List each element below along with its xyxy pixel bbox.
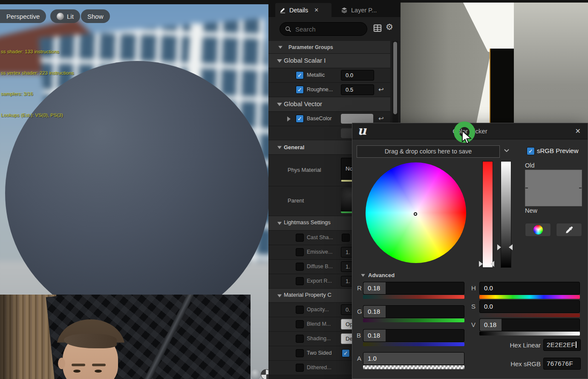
v-field[interactable]: 0.18 xyxy=(479,318,580,331)
saturation-slider[interactable] xyxy=(482,161,493,268)
a-label: A xyxy=(357,355,361,362)
metallic-label: Metallic xyxy=(307,72,325,78)
property-matrix-icon[interactable] xyxy=(373,23,382,33)
pencil-icon xyxy=(280,7,286,13)
roughness-value-field[interactable]: 0.5 xyxy=(341,84,374,95)
tab-close-icon[interactable]: ✕ xyxy=(314,7,319,13)
r-field[interactable]: 0.18 xyxy=(363,282,464,295)
color-themes-button[interactable] xyxy=(525,223,551,237)
s-value: 0.0 xyxy=(484,303,493,310)
advanced-expander-icon[interactable] xyxy=(361,274,365,277)
lit-mode-button[interactable]: Lit xyxy=(50,9,80,23)
diffuse-label: Diffuse B... xyxy=(307,263,333,269)
v-value: 0.18 xyxy=(484,321,496,328)
hex-linear-value: 2E2E2EF xyxy=(547,341,575,348)
settings-gear-icon[interactable]: ⚙ xyxy=(386,22,393,32)
search-input[interactable] xyxy=(295,26,355,33)
hex-srgb-field[interactable]: 767676F xyxy=(543,358,581,370)
reset-to-default-icon[interactable]: ↩ xyxy=(378,86,384,93)
diffuse-override-checkbox[interactable] xyxy=(296,263,304,271)
hex-srgb-label: Hex sRGB xyxy=(493,360,541,367)
basecolor-checkbox[interactable]: ✓ xyxy=(296,115,304,123)
two-sided-value-checkbox[interactable]: ✓ xyxy=(342,349,350,357)
g-label: G xyxy=(357,308,362,315)
global-vector-label: Global Vector xyxy=(284,100,322,107)
saturation-handle-right[interactable] xyxy=(490,261,494,267)
cast-shadow-label: Cast Sha... xyxy=(307,234,333,240)
s-label: S xyxy=(471,303,476,310)
srgb-preview-checkbox[interactable]: ✓ xyxy=(527,147,535,155)
preview-mesh-cylinder-button[interactable] xyxy=(251,369,261,379)
tab-layer-label: Layer P... xyxy=(351,7,377,14)
details-scrollbar-handle[interactable] xyxy=(393,42,397,114)
s-gradient-strip[interactable] xyxy=(479,313,580,317)
tab-details[interactable]: Details ✕ xyxy=(275,3,331,17)
row-roughness: ✓ Roughne... 0.5 ↩ xyxy=(268,83,390,97)
h-label: H xyxy=(471,284,476,292)
eyedropper-button[interactable] xyxy=(556,223,582,237)
g-gradient-strip[interactable] xyxy=(363,318,464,322)
cast-shadow-value-checkbox[interactable] xyxy=(342,234,350,242)
new-color-label: New xyxy=(525,207,537,214)
roughness-label: Roughne... xyxy=(307,87,333,93)
chevron-down-icon[interactable] xyxy=(503,147,510,154)
reset-to-default-icon[interactable]: ↩ xyxy=(378,115,384,122)
b-field[interactable]: 0.18 xyxy=(363,329,464,342)
text-caret xyxy=(576,341,576,348)
drag-drop-color-bin[interactable]: Drag & drop colors here to save xyxy=(357,145,500,158)
value-handle-right[interactable] xyxy=(509,244,513,250)
a-value: 1.0 xyxy=(368,355,377,362)
roughness-checkbox[interactable]: ✓ xyxy=(296,86,304,94)
color-wheel-icon xyxy=(533,225,543,234)
search-box[interactable] xyxy=(280,22,367,36)
two-sided-override-checkbox[interactable] xyxy=(296,349,304,357)
webcam-video-overlay xyxy=(0,295,251,379)
h-gradient-strip[interactable] xyxy=(479,295,580,299)
cast-shadow-override-checkbox[interactable] xyxy=(296,234,304,242)
preview-mesh-sphere-button[interactable] xyxy=(261,369,268,379)
perspective-button[interactable]: Perspective xyxy=(0,9,46,23)
dithered-override-checkbox[interactable] xyxy=(296,364,304,372)
header-parameter-groups[interactable]: Parameter Groups xyxy=(268,41,390,54)
lightmass-label: Lightmass Settings xyxy=(284,219,331,226)
shading-override-checkbox[interactable] xyxy=(296,335,304,343)
metallic-checkbox[interactable]: ✓ xyxy=(296,71,304,79)
h-field[interactable]: 0.0 xyxy=(479,282,580,295)
metallic-value-field[interactable]: 0.0 xyxy=(341,70,374,81)
show-button[interactable]: Show xyxy=(81,9,110,23)
value-slider[interactable] xyxy=(501,161,511,268)
chevron-down-icon xyxy=(277,103,282,106)
tab-layer-parameters[interactable]: Layer P... xyxy=(337,3,401,17)
v-gradient-strip[interactable] xyxy=(479,332,580,336)
emissive-override-checkbox[interactable] xyxy=(296,248,304,256)
saturation-handle-left[interactable] xyxy=(479,261,483,267)
b-gradient-strip[interactable] xyxy=(363,342,464,346)
eyedropper-icon xyxy=(565,226,574,234)
v-label: V xyxy=(471,321,476,328)
blend-mode-override-checkbox[interactable] xyxy=(296,320,304,328)
basecolor-swatch[interactable] xyxy=(341,114,373,124)
r-gradient-strip[interactable] xyxy=(363,295,464,299)
opacity-label: Opacity... xyxy=(307,307,329,312)
s-field[interactable]: 0.0 xyxy=(479,300,580,313)
panel-tab-bar: Details ✕ Layer P... xyxy=(268,0,401,17)
value-handle-left[interactable] xyxy=(497,244,501,250)
hex-linear-label: Hex Linear xyxy=(493,341,541,349)
old-color-label: Old xyxy=(525,162,535,169)
general-label: General xyxy=(284,144,304,150)
close-icon[interactable]: ✕ xyxy=(575,127,581,135)
hex-linear-field[interactable]: 2E2E2EF xyxy=(543,339,581,351)
a-field[interactable]: 1.0 xyxy=(363,352,464,365)
section-global-scalar[interactable]: Global Scalar I xyxy=(268,54,390,68)
old-new-color-swatch[interactable] xyxy=(525,170,582,206)
perspective-label: Perspective xyxy=(6,13,40,20)
export-label: Export R... xyxy=(307,278,332,284)
section-global-vector[interactable]: Global Vector xyxy=(268,97,390,112)
expander-arrow-icon[interactable] xyxy=(287,116,291,122)
g-field[interactable]: 0.18 xyxy=(363,305,464,318)
color-wheel-marker[interactable] xyxy=(414,212,417,216)
export-override-checkbox[interactable] xyxy=(296,277,304,285)
a-gradient-strip[interactable] xyxy=(363,365,464,369)
h-value: 0.0 xyxy=(484,284,493,292)
opacity-override-checkbox[interactable] xyxy=(296,306,304,314)
